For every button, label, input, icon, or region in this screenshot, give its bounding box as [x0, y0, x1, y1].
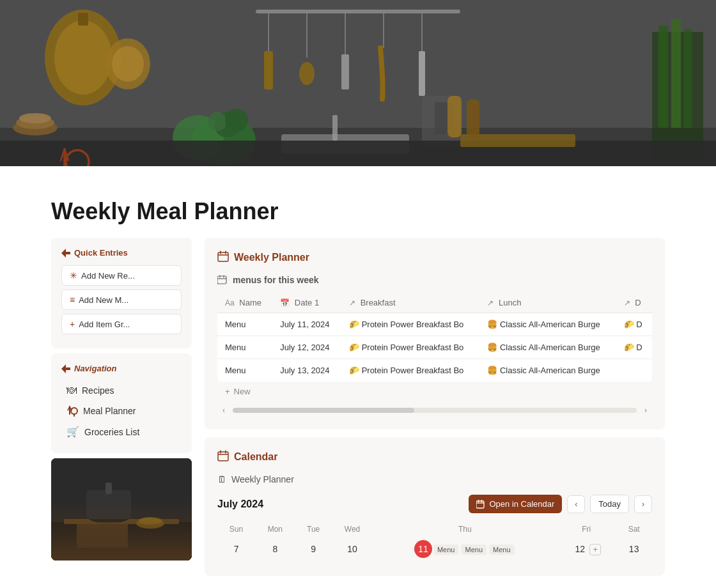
- cal-menu-chip[interactable]: Menu: [461, 545, 486, 555]
- calendar-sub-header: 🗓 Weekly Planner: [217, 474, 652, 484]
- cal-day-header: Sun: [217, 521, 255, 538]
- groceries-icon: 🛒: [66, 426, 79, 438]
- table-row[interactable]: Menu July 11, 2024 🌮 Protein Power Break…: [217, 313, 652, 336]
- cal-cell[interactable]: 12+: [557, 538, 616, 563]
- sidebar-item-recipes[interactable]: 🍽 Recipes: [61, 381, 182, 400]
- calendar-month-nav: July 2024 Open in Calendar ‹ Today: [217, 495, 652, 513]
- svg-rect-67: [218, 452, 228, 461]
- col-lunch[interactable]: ↗ Lunch: [479, 293, 616, 313]
- cal-day-header: Sat: [616, 521, 652, 538]
- sidebar-item-groceries[interactable]: 🛒 Groceries List: [61, 422, 182, 442]
- cal-menu-chip[interactable]: Menu: [489, 545, 515, 555]
- svg-point-47: [71, 408, 77, 414]
- svg-point-40: [66, 150, 89, 167]
- cal-day-header: Thu: [373, 521, 557, 538]
- calendar-nav-group: Open in Calendar ‹ Today ›: [469, 495, 652, 513]
- svg-rect-51: [64, 519, 179, 524]
- add-new-row[interactable]: + New: [217, 382, 652, 401]
- cell-dinner[interactable]: 🌮 D: [616, 313, 652, 336]
- calendar-card-title: Calendar: [234, 451, 277, 463]
- cal-cell[interactable]: 10: [332, 538, 373, 563]
- svg-rect-63: [217, 276, 226, 284]
- sidebar: Quick Entries ✳ Add New Re... ≡ Add New …: [51, 238, 192, 576]
- open-in-calendar-button[interactable]: Open in Calendar: [469, 495, 562, 513]
- weekly-planner-card: Weekly Planner menus for this week: [205, 238, 665, 429]
- svg-rect-59: [218, 252, 228, 261]
- add-menu-friday[interactable]: +: [589, 544, 601, 555]
- sidebar-kitchen-image: [51, 458, 192, 561]
- quick-entries-title: Quick Entries: [61, 248, 182, 258]
- cal-date[interactable]: 13: [625, 540, 643, 558]
- svg-point-56: [139, 517, 162, 525]
- col-date[interactable]: 📅 Date 1: [272, 293, 341, 313]
- svg-rect-71: [476, 501, 484, 508]
- cell-breakfast[interactable]: 🌮 Protein Power Breakfast Bo: [341, 313, 479, 336]
- quick-entries-icon: [61, 249, 70, 258]
- cal-date[interactable]: 12: [571, 540, 589, 558]
- cal-day-header: Wed: [332, 521, 373, 538]
- table-row[interactable]: Menu July 13, 2024 🌮 Protein Power Break…: [217, 359, 652, 382]
- calendar-prev-button[interactable]: ‹: [567, 495, 585, 513]
- svg-rect-36: [467, 99, 479, 137]
- svg-point-3: [54, 20, 112, 95]
- add-recipe-button[interactable]: ✳ Add New Re...: [61, 265, 182, 286]
- cell-breakfast[interactable]: 🌮 Protein Power Breakfast Bo: [341, 336, 479, 359]
- cal-cell[interactable]: 9: [295, 538, 332, 563]
- page-title: Weekly Meal Planner: [51, 198, 665, 225]
- calendar-today-button[interactable]: Today: [590, 495, 629, 513]
- cell-date: July 12, 2024: [272, 336, 341, 359]
- svg-rect-32: [684, 29, 692, 128]
- calendar-open-icon: [476, 500, 485, 509]
- svg-point-6: [112, 46, 144, 82]
- add-menu-icon: ≡: [70, 295, 75, 305]
- cal-date[interactable]: 9: [304, 540, 322, 558]
- meal-planner-icon: [66, 405, 78, 417]
- add-menu-button[interactable]: ≡ Add New M...: [61, 290, 182, 310]
- cell-dinner[interactable]: 🌮 D: [616, 336, 652, 359]
- col-name[interactable]: Aa Name: [217, 293, 272, 313]
- cal-date[interactable]: 8: [266, 540, 284, 558]
- svg-point-26: [225, 109, 248, 132]
- svg-rect-57: [51, 548, 192, 561]
- quick-entries-section: Quick Entries ✳ Add New Re... ≡ Add New …: [51, 238, 192, 348]
- scroll-bar[interactable]: [233, 408, 637, 413]
- cal-menu-chip[interactable]: Menu: [433, 545, 459, 555]
- scroll-thumb: [233, 408, 414, 413]
- svg-rect-30: [658, 26, 668, 128]
- add-item-button[interactable]: + Add Item Gr...: [61, 314, 182, 334]
- cell-lunch[interactable]: 🍔 Classic All-American Burge: [479, 359, 616, 382]
- cell-name: Menu: [217, 313, 272, 336]
- calendar-month-title: July 2024: [217, 499, 263, 510]
- svg-rect-54: [105, 483, 112, 494]
- cell-lunch[interactable]: 🍔 Classic All-American Burge: [479, 313, 616, 336]
- table-section-title: menus for this week: [217, 275, 652, 285]
- cell-breakfast[interactable]: 🌮 Protein Power Breakfast Bo: [341, 359, 479, 382]
- svg-rect-53: [86, 490, 131, 519]
- svg-rect-19: [419, 51, 425, 96]
- sidebar-item-meal-planner[interactable]: Meal Planner: [61, 401, 182, 421]
- svg-rect-35: [447, 96, 462, 137]
- calendar-next-button[interactable]: ›: [634, 495, 652, 513]
- weekly-planner-header: Weekly Planner: [217, 251, 652, 265]
- svg-point-14: [299, 62, 315, 85]
- col-dinner[interactable]: ↗ D: [616, 293, 652, 313]
- col-breakfast[interactable]: ↗ Breakfast: [341, 293, 479, 313]
- cell-dinner[interactable]: [616, 359, 652, 382]
- cal-day-header: Mon: [255, 521, 295, 538]
- cal-cell[interactable]: 7: [217, 538, 255, 563]
- cal-cell[interactable]: 11MenuMenuMenu: [373, 538, 557, 563]
- table-row[interactable]: Menu July 12, 2024 🌮 Protein Power Break…: [217, 336, 652, 359]
- cal-cell[interactable]: 13: [616, 538, 652, 563]
- cal-date[interactable]: 7: [228, 540, 245, 558]
- cell-lunch[interactable]: 🍔 Classic All-American Burge: [479, 336, 616, 359]
- menus-table: Aa Name 📅 Date 1 ↗ Breakfast: [217, 293, 652, 382]
- main-content: Weekly Planner menus for this week: [205, 238, 665, 576]
- scroll-left-arrow[interactable]: ‹: [217, 404, 230, 417]
- svg-point-52: [86, 508, 131, 523]
- cal-cell[interactable]: 8: [255, 538, 295, 563]
- cal-date[interactable]: 11: [414, 540, 432, 558]
- scroll-right-arrow[interactable]: ›: [639, 404, 652, 417]
- cal-date[interactable]: 10: [343, 540, 361, 558]
- cell-date: July 13, 2024: [272, 359, 341, 382]
- svg-rect-10: [256, 10, 460, 13]
